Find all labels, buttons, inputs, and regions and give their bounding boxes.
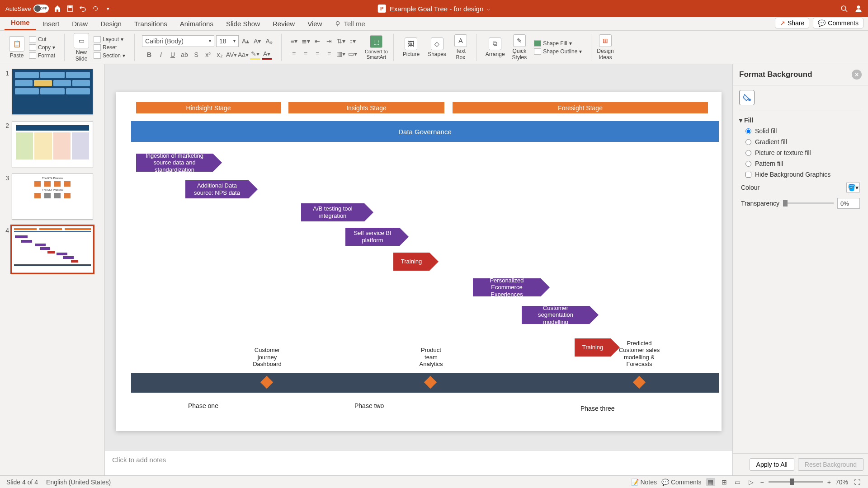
- tab-design[interactable]: Design: [94, 17, 128, 30]
- reset-background-button[interactable]: Reset Background: [798, 458, 863, 471]
- decrease-indent-button[interactable]: ⇤: [312, 36, 322, 46]
- align-text-button[interactable]: ▭▾: [348, 49, 358, 59]
- subscript-button[interactable]: x₂: [215, 50, 225, 60]
- hide-bg-checkbox[interactable]: Hide Background Graphics: [739, 169, 862, 180]
- chevron-nps[interactable]: Additional Data source: NPS data: [185, 180, 249, 198]
- change-case-button[interactable]: Aa▾: [238, 50, 248, 60]
- comments-toggle[interactable]: 💬 Comments: [661, 479, 702, 486]
- tab-draw[interactable]: Draw: [66, 17, 94, 30]
- bold-button[interactable]: B: [144, 50, 154, 60]
- picture-button[interactable]: 🖼Picture: [401, 37, 421, 58]
- title-dropdown-icon[interactable]: ⌵: [487, 6, 490, 12]
- char-spacing-button[interactable]: AV▾: [226, 50, 236, 60]
- phase-three-label[interactable]: Phase three: [580, 405, 615, 412]
- columns-button[interactable]: ▥▾: [336, 49, 346, 59]
- autosave-toggle[interactable]: AutoSave OFF: [5, 5, 49, 13]
- apply-to-all-button[interactable]: Apply to All: [750, 458, 794, 471]
- search-icon[interactable]: [840, 5, 848, 13]
- strikethrough-button[interactable]: ab: [179, 50, 189, 60]
- shapes-button[interactable]: ◇Shapes: [426, 37, 448, 58]
- tab-transitions[interactable]: Transitions: [128, 17, 174, 30]
- phase-one-label[interactable]: Phase one: [188, 402, 218, 409]
- fill-tab-icon[interactable]: [739, 90, 755, 105]
- label-predicted-sales[interactable]: Predicted Customer sales modelling & For…: [617, 340, 662, 368]
- tell-me-search[interactable]: Tell me: [328, 17, 372, 30]
- section-button[interactable]: Section ▾: [92, 52, 127, 59]
- tab-review[interactable]: Review: [266, 17, 301, 30]
- pattern-fill-radio[interactable]: Pattern fill: [739, 158, 862, 169]
- tab-view[interactable]: View: [301, 17, 328, 30]
- zoom-level[interactable]: 70%: [835, 479, 848, 486]
- underline-button[interactable]: U: [168, 50, 178, 60]
- picture-fill-radio[interactable]: Picture or texture fill: [739, 147, 862, 158]
- chevron-training-1[interactable]: Training: [393, 253, 429, 271]
- zoom-in-button[interactable]: +: [827, 479, 831, 486]
- increase-indent-button[interactable]: ⇥: [324, 36, 334, 46]
- tab-animations[interactable]: Animations: [174, 17, 220, 30]
- convert-smartart-button[interactable]: ⬚Convert to SmartArt: [363, 34, 390, 61]
- notes-pane[interactable]: Click to add notes: [105, 450, 732, 475]
- tab-home[interactable]: Home: [5, 16, 36, 30]
- arrange-button[interactable]: ⧉Arrange: [484, 37, 507, 58]
- font-size-select[interactable]: 18▾: [216, 35, 239, 47]
- align-right-button[interactable]: ≡: [312, 49, 322, 59]
- language-indicator[interactable]: English (United States): [46, 479, 111, 486]
- chevron-segmentation[interactable]: Customer segmentation modelling: [522, 306, 590, 324]
- reading-view-icon[interactable]: ▭: [733, 478, 742, 486]
- qat-more-icon[interactable]: ▾: [104, 5, 112, 13]
- quick-styles-button[interactable]: ✎Quick Styles: [510, 33, 529, 61]
- stage-hindsight[interactable]: Hindsight Stage: [136, 102, 281, 113]
- new-slide-button[interactable]: ▭New Slide: [72, 32, 91, 63]
- undo-icon[interactable]: [79, 5, 87, 13]
- increase-font-icon[interactable]: A▴: [241, 36, 250, 46]
- shape-outline-button[interactable]: Shape Outline ▾: [532, 48, 584, 55]
- stage-insights[interactable]: Insights Stage: [288, 102, 444, 113]
- slide-indicator[interactable]: Slide 4 of 4: [6, 479, 38, 486]
- superscript-button[interactable]: x²: [203, 50, 213, 60]
- transparency-value[interactable]: 0%: [837, 198, 860, 209]
- notes-toggle[interactable]: 📝 Notes: [631, 479, 657, 486]
- home-icon[interactable]: [53, 5, 61, 13]
- italic-button[interactable]: I: [156, 50, 166, 60]
- transparency-slider[interactable]: [783, 202, 834, 204]
- solid-fill-radio[interactable]: Solid fill: [739, 126, 862, 136]
- clear-format-icon[interactable]: Aᵩ: [264, 36, 274, 46]
- comments-button[interactable]: 💬Comments: [813, 18, 863, 28]
- design-ideas-button[interactable]: ⊞Design Ideas: [595, 33, 615, 61]
- numbering-button[interactable]: ≣▾: [301, 36, 311, 46]
- chevron-personalized-ecom[interactable]: Personalized Ecommerce Experiences: [473, 278, 541, 296]
- slide-thumbnail-4[interactable]: [12, 226, 93, 273]
- account-icon[interactable]: [854, 5, 863, 13]
- close-pane-button[interactable]: ×: [852, 70, 862, 80]
- zoom-slider[interactable]: [769, 481, 823, 483]
- redo-icon[interactable]: [91, 5, 99, 13]
- line-spacing-button[interactable]: ⇅▾: [336, 36, 346, 46]
- reset-button[interactable]: Reset: [92, 44, 127, 51]
- fill-group-header[interactable]: ▾ Fill: [739, 115, 862, 126]
- colour-picker-button[interactable]: 🪣▾: [846, 183, 860, 192]
- tab-insert[interactable]: Insert: [36, 17, 66, 30]
- sorter-view-icon[interactable]: ⊞: [720, 478, 729, 486]
- normal-view-icon[interactable]: ▦: [706, 478, 715, 486]
- highlight-button[interactable]: ✎▾: [250, 50, 260, 60]
- slideshow-view-icon[interactable]: ▷: [747, 478, 756, 486]
- justify-button[interactable]: ≡: [324, 49, 334, 59]
- textbox-button[interactable]: AText Box: [453, 33, 469, 61]
- text-direction-button[interactable]: ↕▾: [348, 36, 358, 46]
- chevron-training-2[interactable]: Training: [575, 338, 611, 357]
- stage-foresight[interactable]: Foresight Stage: [453, 102, 708, 113]
- label-product-analytics[interactable]: Product team Analytics: [414, 347, 448, 368]
- align-center-button[interactable]: ≡: [301, 49, 311, 59]
- label-customer-journey[interactable]: Customer journey Dashboard: [249, 347, 285, 368]
- decrease-font-icon[interactable]: A▾: [252, 36, 262, 46]
- fit-to-window-icon[interactable]: ⛶: [853, 478, 862, 486]
- phase-two-label[interactable]: Phase two: [354, 402, 384, 409]
- slide-thumbnail-3[interactable]: The ETL ProcessThe ELT Process: [12, 174, 93, 220]
- chevron-ingestion[interactable]: Ingestion of marketing source data and s…: [136, 154, 213, 172]
- slide-thumbnail-1[interactable]: [12, 69, 93, 115]
- data-governance-bar[interactable]: Data Governance: [131, 121, 719, 142]
- font-name-select[interactable]: Calibri (Body)▾: [142, 35, 214, 47]
- align-left-button[interactable]: ≡: [289, 49, 299, 59]
- copy-button[interactable]: Copy ▾: [27, 44, 57, 51]
- chevron-self-service-bi[interactable]: Self service BI platform: [345, 228, 400, 246]
